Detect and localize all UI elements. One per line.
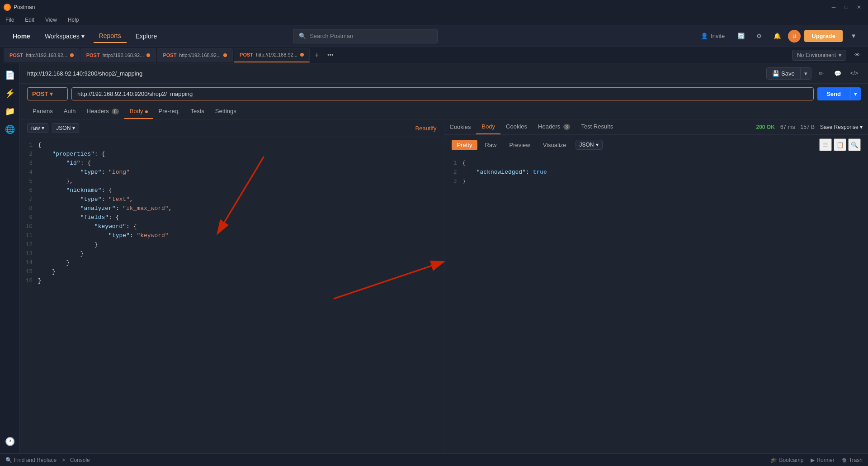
chevron-down-icon: ▾ (72, 125, 75, 131)
app-title: Postman (14, 4, 35, 10)
edit-icon-button[interactable]: ✏ (815, 67, 828, 80)
menu-view[interactable]: View (43, 16, 59, 24)
invite-button[interactable]: 👤 Invite (695, 30, 730, 42)
tab-body[interactable]: Body (124, 104, 153, 119)
view-visualize[interactable]: Visualize (538, 140, 572, 150)
find-replace-label: Find and Replace (14, 457, 57, 463)
tab-auth[interactable]: Auth (58, 104, 81, 119)
tab-params[interactable]: Params (27, 104, 58, 119)
more-tabs-button[interactable]: ••• (324, 49, 337, 62)
content-area: http://192.168.92.140:9200/shop2/_mappin… (20, 63, 868, 453)
env-dropdown[interactable]: No Environment ▾ (792, 50, 846, 61)
tab-2-dot (146, 53, 150, 57)
resp-cookies-left-tab[interactable]: Cookies (444, 120, 476, 134)
sidebar-collections-button[interactable]: 📁 (2, 103, 18, 119)
bootcamp-button[interactable]: 🎓 Bootcamp (770, 457, 803, 463)
bootcamp-label: Bootcamp (779, 457, 803, 463)
send-dropdown-button[interactable]: ▾ (850, 87, 861, 100)
upgrade-button[interactable]: Upgrade (804, 30, 843, 42)
method-value: POST (32, 90, 48, 97)
find-replace-button[interactable]: 🔍 Find and Replace (5, 457, 57, 463)
nav-explore[interactable]: Explore (130, 30, 162, 43)
resp-code-line-2: 2 "acknowledged": true (444, 168, 868, 177)
invite-label: Invite (711, 33, 725, 39)
collections-icon: 📁 (5, 106, 15, 116)
copy-icon-button[interactable]: 📋 (834, 138, 846, 151)
tab-3[interactable]: POST http://192.168.92... (157, 48, 233, 62)
save-response-button[interactable]: Save Response ▾ (820, 124, 863, 130)
save-button[interactable]: 💾 Save (767, 68, 800, 79)
tab-tests[interactable]: Tests (185, 104, 209, 119)
tab-1[interactable]: POST http://192.168.92... (4, 48, 80, 62)
response-meta: 200 OK 67 ms 157 B Save Response ▾ (751, 124, 868, 130)
menu-file[interactable]: File (4, 16, 16, 24)
tab-3-dot (223, 53, 227, 57)
view-preview[interactable]: Preview (504, 140, 535, 150)
save-label: Save (781, 70, 795, 77)
save-dropdown-button[interactable]: ▾ (800, 68, 811, 79)
search-icon-button[interactable]: 🔍 (848, 138, 861, 151)
tab-4-url: http://192.168.92... (256, 52, 297, 57)
sidebar-new-button[interactable]: 📄 (2, 67, 18, 83)
search-placeholder: Search Postman (310, 33, 353, 39)
comment-icon-button[interactable]: 💬 (831, 67, 844, 80)
search-input[interactable]: 🔍 Search Postman (293, 29, 438, 43)
response-format-selector[interactable]: JSON ▾ (576, 140, 603, 150)
code-icon-button[interactable]: </> (848, 68, 861, 78)
tab-prereq[interactable]: Pre-req. (153, 104, 185, 119)
titlebar-left: 🟠 Postman (4, 4, 35, 11)
url-input[interactable] (71, 87, 814, 100)
format-label: raw (31, 125, 40, 131)
tab-headers[interactable]: Headers 8 (81, 104, 124, 119)
tab-2[interactable]: POST http://192.168.92... (80, 48, 156, 62)
chevron-down-icon: ▾ (839, 52, 841, 58)
code-line-2: 2 "properties": { (20, 150, 444, 159)
tab-1-method: POST (9, 52, 23, 58)
language-selector[interactable]: JSON ▾ (52, 123, 79, 133)
tab-4[interactable]: POST http://192.168.92... (234, 48, 310, 62)
invite-icon: 👤 (701, 33, 708, 39)
user-avatar-button[interactable]: U (788, 30, 801, 43)
expand-icon-button[interactable]: ▼ (846, 29, 861, 43)
minimize-button[interactable]: ─ (828, 2, 839, 13)
maximize-button[interactable]: □ (841, 2, 852, 13)
sidebar-history-button[interactable]: 🕐 (2, 433, 18, 450)
console-button[interactable]: >_ Console (62, 457, 90, 463)
runner-button[interactable]: ▶ Runner (811, 457, 834, 463)
nav-home[interactable]: Home (7, 30, 36, 43)
beautify-button[interactable]: Beautify (415, 125, 437, 132)
settings-icon-button[interactable]: ⚙ (752, 29, 766, 43)
trash-button[interactable]: 🗑 Trash (842, 457, 863, 463)
trash-label: Trash (849, 457, 863, 463)
menu-edit[interactable]: Edit (23, 16, 36, 24)
resp-format-label: JSON (580, 142, 594, 148)
view-pretty[interactable]: Pretty (452, 140, 478, 150)
notifications-icon-button[interactable]: 🔔 (770, 29, 784, 43)
filter-icon-button[interactable]: ☰ (819, 138, 832, 151)
env-settings-icon[interactable]: 👁 (850, 48, 864, 62)
send-button[interactable]: Send (817, 87, 850, 100)
nav-workspaces[interactable]: Workspaces ▾ (39, 30, 90, 43)
sync-icon-button[interactable]: 🔄 (734, 29, 748, 43)
resp-tab-cookies[interactable]: Cookies (500, 119, 533, 134)
sidebar-environments-button[interactable]: 🌐 (2, 121, 18, 138)
nav-reports[interactable]: Reports (94, 29, 127, 43)
resp-tab-headers[interactable]: Headers 3 (533, 119, 576, 134)
format-selector[interactable]: raw ▾ (27, 123, 48, 133)
view-raw[interactable]: Raw (479, 140, 502, 150)
tab-settings[interactable]: Settings (210, 104, 242, 119)
search-container: 🔍 Search Postman (293, 29, 438, 43)
menu-help[interactable]: Help (66, 16, 81, 24)
resp-tab-body[interactable]: Body (476, 119, 500, 134)
menubar: File Edit View Help (0, 14, 868, 25)
request-code-editor[interactable]: 1 { 2 "properties": { 3 "id": { (20, 137, 444, 453)
statusbar: 🔍 Find and Replace >_ Console 🎓 Bootcamp… (0, 453, 868, 466)
resp-tab-test-results[interactable]: Test Results (576, 119, 618, 134)
new-tab-button[interactable]: + (311, 49, 323, 62)
sidebar-api-button[interactable]: ⚡ (2, 85, 18, 101)
trash-icon: 🗑 (842, 457, 847, 463)
runner-label: Runner (816, 457, 834, 463)
statusbar-left: 🔍 Find and Replace >_ Console (5, 457, 90, 463)
close-button[interactable]: ✕ (854, 2, 864, 13)
method-selector[interactable]: POST ▾ (27, 87, 68, 100)
